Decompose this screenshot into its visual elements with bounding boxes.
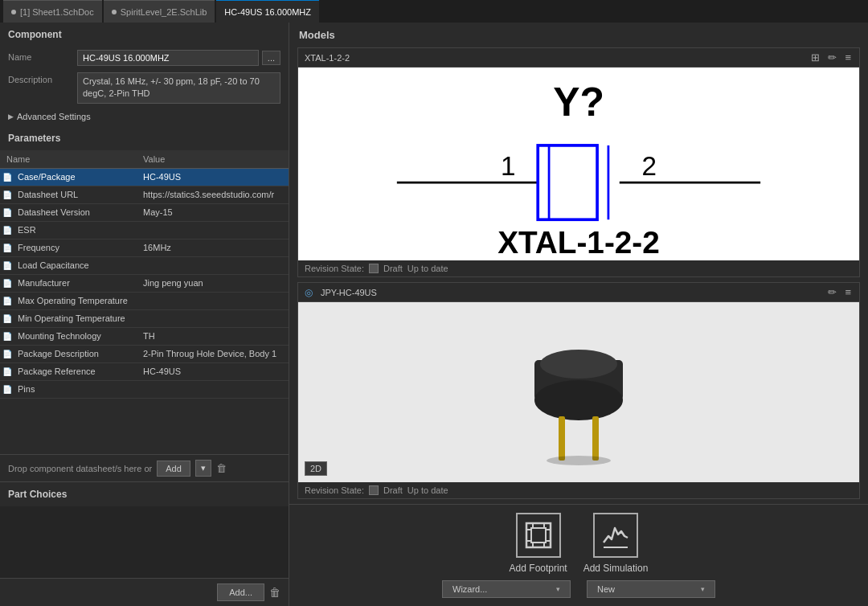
add-simulation-item[interactable]: Add Simulation — [583, 513, 649, 574]
datasheet-add-button[interactable]: Add — [157, 461, 190, 477]
svg-point-12 — [534, 380, 623, 420]
param-value: HC-49US — [137, 365, 289, 378]
schematic-menu-button[interactable]: ≡ — [843, 51, 853, 63]
param-value: HC-49US — [137, 170, 289, 183]
add-footprint-item[interactable]: Add Footprint — [510, 513, 567, 574]
datasheet-trash-button[interactable]: 🗑 — [216, 462, 227, 474]
schematic-draft-label: Draft — [383, 264, 403, 273]
param-row[interactable]: 📄 Package Description 2-Pin Throug Hole … — [0, 346, 289, 363]
new-label: New — [597, 584, 615, 594]
param-icon: 📄 — [0, 385, 14, 394]
param-value — [137, 264, 289, 267]
param-icon: 📄 — [0, 244, 14, 252]
description-row: Description Crystal, 16 MHz, +/- 30 ppm,… — [0, 69, 289, 107]
parameters-table: Name Value 📄 Case/Package HC-49US 📄 Data… — [0, 150, 289, 454]
svg-text:XTAL-1-2-2: XTAL-1-2-2 — [497, 225, 660, 260]
param-value — [137, 228, 289, 231]
advanced-settings-toggle[interactable]: ▶ Advanced Settings — [0, 107, 289, 126]
svg-rect-14 — [559, 416, 565, 461]
new-button[interactable]: New ▾ — [587, 580, 715, 598]
param-value — [137, 299, 289, 302]
new-arrow-icon: ▾ — [701, 585, 705, 593]
param-icon: 📄 — [0, 190, 14, 199]
parameters-section: Parameters Name Value 📄 Case/Package HC-… — [0, 126, 289, 606]
footprint-icon: ◎ — [305, 287, 316, 298]
param-name: Case/Package — [14, 170, 137, 183]
name-input[interactable] — [77, 50, 259, 66]
param-name: ESR — [14, 223, 137, 236]
param-row[interactable]: 📄 ESR — [0, 222, 289, 240]
param-value: https://statics3.seeedstudio.com/r — [137, 188, 289, 201]
footprint-menu-button[interactable]: ≡ — [843, 286, 853, 298]
param-row[interactable]: 📄 Case/Package HC-49US — [0, 169, 289, 186]
param-row[interactable]: 📄 Package Reference HC-49US — [0, 363, 289, 381]
param-icon: 📄 — [0, 279, 14, 288]
param-value: 2-Pin Throug Hole Device, Body 1 — [137, 347, 289, 360]
param-row[interactable]: 📄 Datasheet Version May-15 — [0, 204, 289, 222]
add-footprint-label: Add Footprint — [510, 563, 567, 574]
svg-text:1: 1 — [501, 151, 515, 181]
schematic-model-card: XTAL-1-2-2 ⊞ ✏ ≡ Y? — [297, 47, 860, 277]
schematic-grid-button[interactable]: ⊞ — [809, 51, 821, 63]
tab-hc49us[interactable]: HC-49US 16.000MHZ — [216, 0, 319, 23]
param-value — [137, 317, 289, 320]
bottom-trash-button[interactable]: 🗑 — [269, 586, 280, 599]
col-value-header: Value — [137, 153, 289, 166]
footprint-model-title: JPY-HC-49US — [321, 288, 821, 297]
parameters-header: Parameters — [0, 126, 289, 150]
tab-hc49us-label: HC-49US 16.000MHZ — [224, 7, 311, 17]
schematic-draft-checkbox[interactable] — [369, 264, 379, 273]
footprint-draft-label: Draft — [383, 485, 403, 495]
col-name-header: Name — [0, 153, 137, 166]
param-icon: 📄 — [0, 226, 14, 235]
add-bottom-button[interactable]: Add... — [217, 583, 264, 601]
footprint-model-header: ◎ JPY-HC-49US ✏ ≡ — [298, 283, 859, 302]
footprint-edit-button[interactable]: ✏ — [826, 286, 838, 298]
svg-text:Y?: Y? — [553, 80, 604, 125]
advanced-triangle-icon: ▶ — [8, 113, 14, 121]
svg-rect-15 — [592, 416, 599, 461]
tab-sheet1-dot — [11, 10, 16, 14]
param-icon: 📄 — [0, 173, 14, 182]
param-row[interactable]: 📄 Load Capacitance — [0, 257, 289, 275]
params-table-header: Name Value — [0, 150, 289, 169]
param-row[interactable]: 📄 Mounting Technology TH — [0, 328, 289, 346]
param-icon: 📄 — [0, 332, 14, 341]
param-icon: 📄 — [0, 208, 14, 217]
param-name: Load Capacitance — [14, 259, 137, 272]
param-row[interactable]: 📄 Pins — [0, 381, 289, 399]
param-value: May-15 — [137, 206, 289, 219]
tab-sheet1[interactable]: [1] Sheet1.SchDoc — [3, 0, 102, 23]
param-row[interactable]: 📄 Datasheet URL https://statics3.seeedst… — [0, 186, 289, 204]
param-row[interactable]: 📄 Manufacturer Jing peng yuan — [0, 275, 289, 293]
wizard-button[interactable]: Wizard... ▾ — [442, 580, 571, 598]
param-name: Min Operating Temperature — [14, 312, 137, 325]
footprint-draft-checkbox[interactable] — [369, 485, 379, 495]
2d-badge: 2D — [305, 461, 327, 476]
wizard-row: Wizard... ▾ New ▾ — [297, 580, 860, 598]
svg-point-13 — [540, 350, 617, 379]
param-name: Package Description — [14, 347, 137, 360]
add-simulation-label: Add Simulation — [583, 563, 649, 574]
param-icon: 📄 — [0, 261, 14, 270]
param-row[interactable]: 📄 Max Operating Temperature — [0, 293, 289, 310]
param-icon: 📄 — [0, 314, 14, 323]
footprint-3d-svg — [490, 316, 667, 469]
footprint-preview: 2D — [298, 302, 859, 482]
schematic-model-title: XTAL-1-2-2 — [305, 53, 803, 63]
main-layout: Component Name ... Description Crystal, … — [0, 23, 868, 606]
advanced-settings-label: Advanced Settings — [17, 112, 91, 121]
footprint-uptodate-label: Up to date — [407, 485, 448, 495]
tab-spiritlevel[interactable]: SpiritLevel_2E.SchLib — [104, 0, 215, 23]
param-value — [137, 387, 289, 391]
svg-point-16 — [547, 456, 611, 465]
name-dots-button[interactable]: ... — [262, 51, 280, 65]
datasheet-row: Drop component datasheet/s here or Add ▾… — [0, 454, 289, 481]
param-row[interactable]: 📄 Frequency 16MHz — [0, 240, 289, 257]
param-row[interactable]: 📄 Min Operating Temperature — [0, 310, 289, 328]
schematic-edit-button[interactable]: ✏ — [826, 51, 838, 63]
schematic-svg: Y? 1 2 XTAL-1-2-2 — [298, 68, 859, 260]
datasheet-dropdown-button[interactable]: ▾ — [195, 460, 211, 477]
param-name: Max Operating Temperature — [14, 294, 137, 307]
footprint-revision-label: Revision State: — [305, 485, 364, 495]
